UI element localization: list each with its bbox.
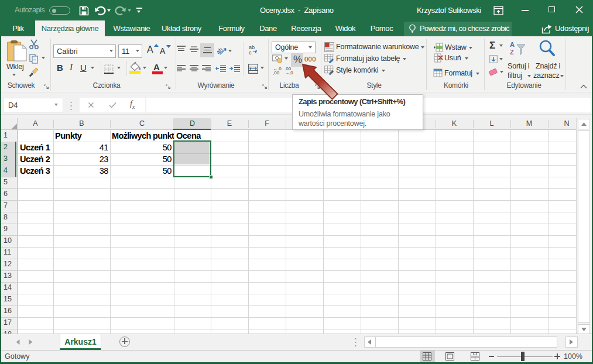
svg-text:c: c [249, 50, 252, 55]
